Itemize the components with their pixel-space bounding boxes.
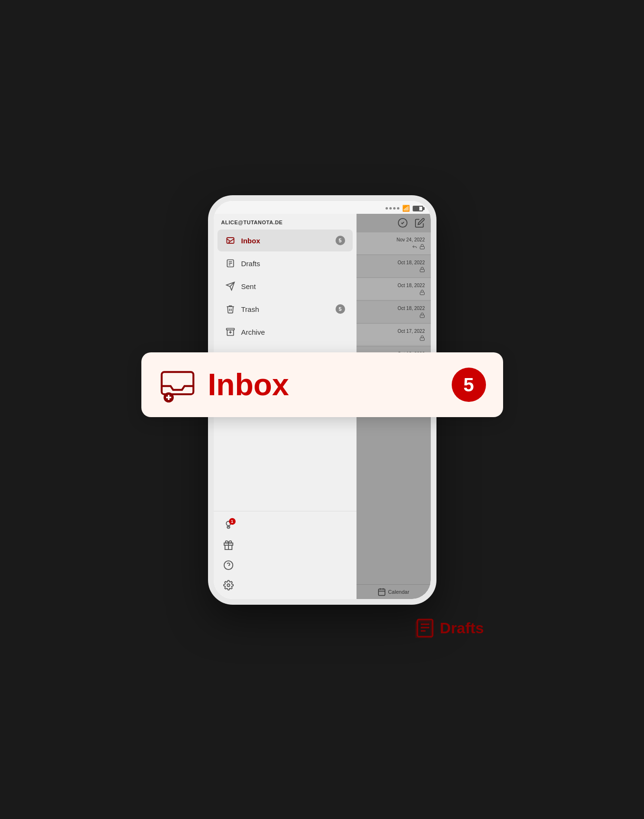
gift-button[interactable] [214,535,357,555]
lock-icon [419,312,425,318]
sidebar-bottom: 1 [214,511,357,599]
help-icon [223,560,234,570]
svg-rect-28 [378,589,385,596]
email-item[interactable]: Oct 18, 2022 [357,301,431,323]
inbox-label: Inbox [241,237,330,245]
email-date: Nov 24, 2022 [396,237,425,242]
highlight-badge: 5 [452,368,486,402]
calendar-icon [377,588,386,596]
email-date: Oct 18, 2022 [397,306,425,311]
bottom-label-text: Drafts [440,619,484,637]
wifi-icon: 📶 [402,205,410,212]
svg-rect-32 [161,372,193,394]
compose-icon[interactable] [415,218,425,228]
highlight-inbox-icon [159,366,197,404]
svg-rect-24 [420,315,424,318]
svg-rect-23 [420,292,424,295]
calendar-tab[interactable]: Calendar [357,584,431,599]
bottom-label: Drafts [415,618,484,638]
email-list-header [357,214,431,232]
help-button[interactable] [214,555,357,575]
account-email: ALICE@TUTANOTA.DE [214,214,357,229]
email-date: Oct 18, 2022 [397,260,425,265]
lock-icon [419,244,425,250]
inbox-icon [225,235,236,246]
sidebar-item-drafts[interactable]: Drafts [218,252,353,274]
email-meta: Oct 18, 2022 [397,260,425,272]
trash-icon [225,304,236,314]
gift-icon [223,540,234,550]
archive-icon [225,327,236,337]
email-item[interactable]: Oct 17, 2022 [357,324,431,346]
lock-icon [419,335,425,341]
select-all-icon[interactable] [397,218,408,228]
highlight-card: Inbox 5 [141,352,503,417]
sent-icon [225,281,236,291]
svg-rect-40 [416,621,432,638]
sidebar-item-trash[interactable]: Trash 5 [218,298,353,320]
email-item[interactable]: Nov 24, 2022 [357,232,431,254]
settings-icon [223,580,234,590]
svg-rect-11 [226,329,234,330]
drafts-label: Drafts [241,260,345,268]
sent-label: Sent [241,282,345,290]
inbox-badge: 5 [336,236,345,245]
sidebar-item-inbox[interactable]: Inbox 5 [218,230,353,251]
svg-rect-0 [227,238,234,243]
bulb-notification: 1 [229,518,236,525]
reply-icon [412,244,417,250]
lock-icon [419,290,425,295]
battery-icon [413,206,423,211]
email-date: Oct 18, 2022 [397,283,425,288]
email-meta: Oct 18, 2022 [397,306,425,318]
sidebar-item-archive[interactable]: Archive [218,321,353,343]
svg-rect-21 [420,247,424,250]
highlight-label: Inbox [208,370,289,400]
sidebar-item-sent[interactable]: Sent [218,275,353,297]
lock-icon [419,267,425,272]
svg-rect-22 [420,270,424,272]
email-date: Oct 17, 2022 [397,329,425,334]
trash-label: Trash [241,305,330,313]
archive-label: Archive [241,328,345,336]
signal-dots [386,207,399,210]
bulb-button[interactable]: 1 [214,515,357,535]
drafts-icon [225,258,236,269]
email-meta: Nov 24, 2022 [396,237,425,250]
svg-rect-25 [420,338,424,341]
email-meta: Oct 17, 2022 [397,329,425,341]
svg-point-19 [227,584,230,587]
email-meta: Oct 18, 2022 [397,283,425,295]
drafts-bottom-icon [415,618,435,638]
email-item[interactable]: Oct 18, 2022 [357,278,431,300]
email-item[interactable]: Oct 18, 2022 [357,255,431,277]
settings-button[interactable] [214,575,357,595]
status-bar: 📶 [214,201,431,214]
calendar-tab-label: Calendar [388,589,409,595]
trash-badge: 5 [336,304,345,314]
